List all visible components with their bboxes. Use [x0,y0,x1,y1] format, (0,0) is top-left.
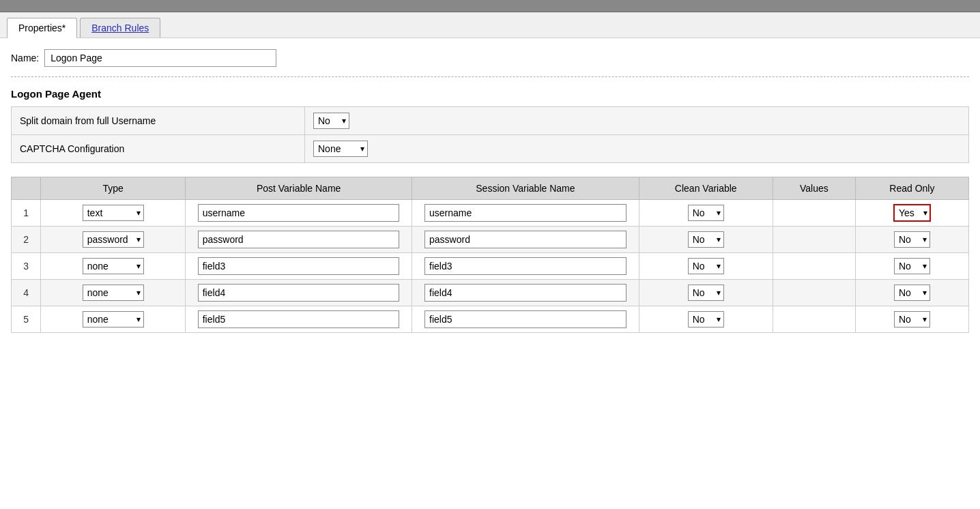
post-var-cell-2 [185,227,412,253]
post-var-cell-4 [185,280,412,306]
th-session-var: Session Variable Name [412,177,639,200]
clean-select-1[interactable]: NoYes [688,205,724,221]
table-row: 4textpasswordnonehiddenNoYesNoYes [12,280,969,306]
row-number-5: 5 [12,306,41,333]
th-post-var: Post Variable Name [185,177,412,200]
data-table: Type Post Variable Name Session Variable… [11,177,969,333]
type-select-wrapper-5: textpasswordnonehidden [83,311,144,328]
clean-select-wrapper-1: NoYes [688,205,724,221]
type-select-wrapper-3: textpasswordnonehidden [83,258,144,274]
post-var-input-5[interactable] [198,310,400,328]
clean-select-3[interactable]: NoYes [688,258,724,274]
post-var-input-3[interactable] [198,257,400,275]
read-only-cell-5: NoYes [855,306,968,333]
session-var-input-3[interactable] [424,257,626,275]
th-values: Values [773,177,855,200]
clean-select-wrapper-3: NoYes [688,258,724,274]
split-domain-select-wrapper: No Yes [313,113,349,129]
table-row: 3textpasswordnonehiddenNoYesNoYes [12,253,969,280]
type-select-wrapper-2: textpasswordnonehidden [83,231,144,248]
type-select-1[interactable]: textpasswordnonehidden [83,205,144,221]
read-only-select-wrapper-1: YesNo [893,204,931,222]
session-var-input-1[interactable] [424,204,626,222]
session-var-cell-5 [412,306,639,333]
read-only-select-4[interactable]: NoYes [894,285,930,301]
captcha-select[interactable]: None Option1 Option2 [313,141,368,157]
name-label: Name: [11,53,39,63]
session-var-cell-1 [412,200,639,227]
type-select-wrapper-1: textpasswordnonehidden [83,205,144,221]
post-var-input-2[interactable] [198,231,400,248]
property-control-split-domain: No Yes [305,107,969,135]
clean-var-cell-5: NoYes [639,306,773,333]
read-only-cell-3: NoYes [855,253,968,280]
table-row: 5textpasswordnonehiddenNoYesNoYes [12,306,969,333]
th-num [12,177,41,200]
property-label-split-domain: Split domain from full Username [12,107,305,135]
post-var-input-4[interactable] [198,284,400,302]
session-var-cell-3 [412,253,639,280]
tab-branch-rules[interactable]: Branch Rules [80,18,160,38]
post-var-cell-3 [185,253,412,280]
name-row: Name: [11,49,969,67]
clean-select-2[interactable]: NoYes [688,231,724,248]
session-var-input-4[interactable] [424,284,626,302]
post-var-cell-5 [185,306,412,333]
session-var-input-2[interactable] [424,231,626,248]
values-cell-1 [773,200,855,227]
read-only-select-5[interactable]: NoYes [894,311,930,328]
name-input[interactable] [44,49,276,67]
session-var-cell-2 [412,227,639,253]
read-only-select-1[interactable]: YesNo [893,204,931,222]
table-header-row: Type Post Variable Name Session Variable… [12,177,969,200]
row-number-4: 4 [12,280,41,306]
type-select-2[interactable]: textpasswordnonehidden [83,231,144,248]
post-var-input-1[interactable] [198,204,400,222]
table-row: 1textpasswordnonehiddenNoYesYesNo [12,200,969,227]
clean-select-wrapper-2: NoYes [688,231,724,248]
split-domain-select[interactable]: No Yes [313,113,349,129]
read-only-cell-1: YesNo [855,200,968,227]
type-select-3[interactable]: textpasswordnonehidden [83,258,144,274]
tab-properties[interactable]: Properties* [7,18,77,38]
row-number-2: 2 [12,227,41,253]
property-row-split-domain: Split domain from full Username No Yes [12,107,969,135]
th-type: Type [41,177,185,200]
clean-var-cell-1: NoYes [639,200,773,227]
type-cell-2: textpasswordnonehidden [41,227,185,253]
read-only-select-wrapper-5: NoYes [894,311,930,328]
type-select-5[interactable]: textpasswordnonehidden [83,311,144,328]
captcha-select-wrapper: None Option1 Option2 [313,141,368,157]
row-number-1: 1 [12,200,41,227]
property-row-captcha: CAPTCHA Configuration None Option1 Optio… [12,135,969,163]
top-bar [0,0,980,12]
table-row: 2textpasswordnonehiddenNoYesNoYes [12,227,969,253]
agent-properties-table: Split domain from full Username No Yes C… [11,106,969,163]
th-read-only: Read Only [855,177,968,200]
section-title: Logon Page Agent [11,88,969,100]
clean-select-wrapper-5: NoYes [688,311,724,328]
read-only-cell-4: NoYes [855,280,968,306]
clean-select-4[interactable]: NoYes [688,285,724,301]
main-content: Name: Logon Page Agent Split domain from… [0,38,980,344]
clean-select-wrapper-4: NoYes [688,285,724,301]
type-cell-1: textpasswordnonehidden [41,200,185,227]
type-cell-5: textpasswordnonehidden [41,306,185,333]
read-only-select-3[interactable]: NoYes [894,258,930,274]
separator [11,76,969,77]
read-only-select-2[interactable]: NoYes [894,231,930,248]
read-only-select-wrapper-3: NoYes [894,258,930,274]
type-cell-3: textpasswordnonehidden [41,253,185,280]
read-only-cell-2: NoYes [855,227,968,253]
read-only-select-wrapper-4: NoYes [894,285,930,301]
values-cell-5 [773,306,855,333]
type-select-4[interactable]: textpasswordnonehidden [83,285,144,301]
values-cell-3 [773,253,855,280]
tabs-row: Properties* Branch Rules [0,12,980,38]
session-var-cell-4 [412,280,639,306]
property-control-captcha: None Option1 Option2 [305,135,969,163]
type-cell-4: textpasswordnonehidden [41,280,185,306]
clean-select-5[interactable]: NoYes [688,311,724,328]
session-var-input-5[interactable] [424,310,626,328]
th-clean-var: Clean Variable [639,177,773,200]
